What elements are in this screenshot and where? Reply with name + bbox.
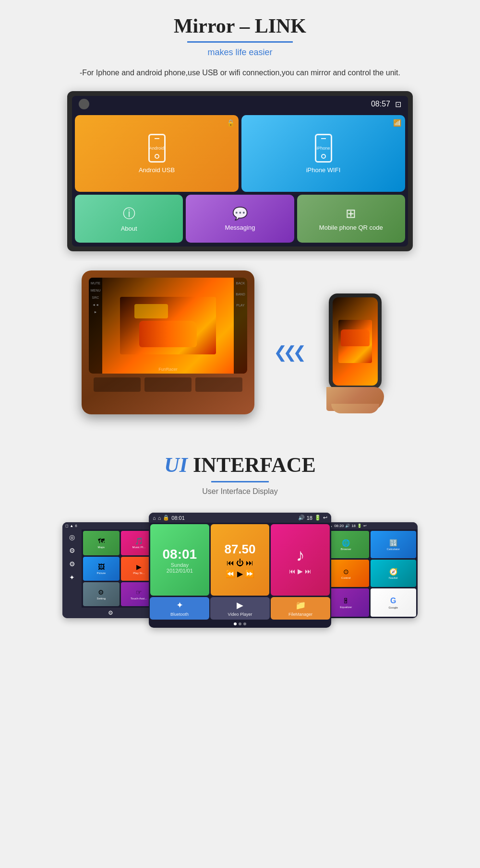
android-badge: 🔒 (227, 119, 235, 127)
next-icon[interactable]: ⏭ (246, 559, 253, 567)
radio-controls-2: ⏪ ▶ ⏩ (226, 569, 254, 578)
clock-time: 08:01 (163, 547, 197, 562)
calculator-label: Calculator (387, 548, 400, 551)
car-slot-3 (195, 377, 242, 392)
ui-subtitle: User Interface Display (10, 487, 470, 496)
mirror-link-section: Mirror – LINK makes life easier -For Iph… (0, 0, 480, 261)
time-tile: 08:01 Sunday 2012/01/01 (150, 524, 209, 596)
navitel-tile[interactable]: 🧭 Navitel (371, 560, 417, 587)
playstore-icon: ▶ (136, 563, 142, 571)
circle-button (79, 99, 89, 109)
radio-controls: ⏮ ⏻ ⏭ (227, 559, 253, 567)
prev-icon[interactable]: ⏮ (227, 559, 234, 567)
touch-label: Touch-Assi... (131, 597, 147, 600)
main-time: 08:01 (171, 515, 185, 521)
music-prev-icon[interactable]: ⏮ (289, 567, 296, 575)
filemanager-label: FileManager (288, 612, 312, 617)
ui-left-screen: ◻ ▲ 6 ◎ ⚙ ⚙ ✦ 🗺 Maps 🎵 Music (62, 522, 158, 618)
qrcode-label: Mobile phone QR code (319, 224, 383, 231)
maps-icon: 🗺 (98, 537, 105, 545)
clock-date: 2012/01/01 (167, 568, 193, 574)
picture-label: Picture (96, 572, 106, 575)
mirror-tile-grid: 🔒 Android Android USB 📶 iPhone iPhone WI… (72, 112, 408, 195)
maps-label: Maps (97, 546, 105, 549)
left-bottom-bar: ⚙ (62, 608, 158, 618)
folder-icon: 📁 (295, 600, 306, 610)
play-icon[interactable]: ▶ (237, 569, 243, 578)
android-tile[interactable]: 🔒 Android Android USB (75, 115, 239, 192)
android-screen-text: Android (149, 146, 164, 151)
qrcode-tile[interactable]: ⊞ Mobile phone QR code (297, 195, 405, 243)
radio-freq: 87.50 (224, 542, 255, 557)
car-device-outer: MUTE MENU SRC ◄◄ ► BACK BAND PLAY FunRac… (82, 270, 254, 414)
mirror-ui-time: 08:57 (371, 100, 390, 108)
battery-num: 18 (307, 515, 312, 521)
music-next-icon[interactable]: ⏭ (305, 567, 312, 575)
exit-icon: ⊡ (395, 100, 401, 109)
statusbar-icons: 🔊 18 🔋 ↩ (298, 515, 327, 521)
clock-day: Sunday (171, 562, 189, 568)
music-controls: ⏮ ▶ ⏭ (289, 567, 312, 575)
ui-main-screen: ⌂ ⌂ 🔒 08:01 🔊 18 🔋 ↩ 08:01 Sunday 2012/0… (149, 513, 331, 628)
left-main-area: ◎ ⚙ ⚙ ✦ 🗺 Maps 🎵 Music Pl... 🖼 (62, 529, 158, 608)
car-slot-2 (144, 377, 192, 392)
main-tile-grid: 08:01 Sunday 2012/01/01 87.50 ⏮ ⏻ ⏭ ⏪ ▶ … (149, 523, 331, 597)
iphone-tile[interactable]: 📶 iPhone iPhone WIFI (241, 115, 405, 192)
control-label: Control (341, 576, 350, 579)
music-play-icon[interactable]: ▶ (298, 567, 303, 575)
iphone-label: iPhone WIFI (306, 166, 341, 174)
location-icon: ◎ (69, 533, 75, 541)
bluetooth-icon: ✦ (176, 600, 183, 610)
right-battery-num: 18 (351, 524, 356, 528)
about-tile[interactable]: ⓘ About (75, 195, 183, 243)
dot-inactive-2 (243, 622, 246, 625)
ui-title-underline (211, 481, 269, 482)
bluetooth-tile[interactable]: ✦ Bluetooth (150, 597, 209, 620)
android-label: Android USB (139, 166, 175, 174)
bluetooth-label: Bluetooth (170, 612, 189, 617)
settings-tile[interactable]: ⚙ Setting (83, 582, 120, 606)
left-statusbar: ◻ ▲ 6 (62, 522, 158, 529)
ui-title-blue: UI (164, 453, 188, 477)
google-icon: G (390, 597, 396, 605)
settings-icon: ⚙ (69, 560, 75, 568)
messaging-tile[interactable]: 💬 Messaging (186, 195, 294, 243)
calculator-tile[interactable]: 🔢 Calculator (371, 531, 417, 558)
right-statusbar: ◻ ▲ 08:20 🔊 18 🔋 ↩ (322, 522, 418, 529)
setting-icon: ⚙ (98, 588, 104, 596)
video-tile[interactable]: ▶ Video Player (210, 597, 270, 620)
page-title: Mirror – LINK (10, 14, 470, 37)
iphone-phone-icon: iPhone (315, 134, 332, 163)
power-icon[interactable]: ⏻ (236, 559, 244, 567)
rwd-icon[interactable]: ⏪ (226, 569, 235, 578)
calculator-icon: 🔢 (389, 539, 397, 547)
music-tile-main[interactable]: ♪ ⏮ ▶ ⏭ (271, 524, 330, 596)
google-label: Google (389, 606, 398, 609)
radio-tile[interactable]: 87.50 ⏮ ⏻ ⏭ ⏪ ▶ ⏩ (211, 524, 270, 596)
music-note-icon: ♪ (296, 545, 305, 565)
google-tile[interactable]: G Google (371, 588, 417, 617)
mirroring-section: MUTE MENU SRC ◄◄ ► BACK BAND PLAY FunRac… (0, 261, 480, 443)
mirror-arrows: ❮❮❮ (264, 342, 312, 362)
fwd-icon[interactable]: ⏩ (245, 569, 254, 578)
filemanager-tile[interactable]: 📁 FileManager (271, 597, 330, 620)
mirror-bottom-grid: ⓘ About 💬 Messaging ⊞ Mobile phone QR co… (72, 195, 408, 246)
maps-tile[interactable]: 🗺 Maps (83, 531, 120, 555)
left-sidebar: ◎ ⚙ ⚙ ✦ (62, 529, 82, 608)
android-phone-icon: Android (148, 134, 166, 163)
picture-tile[interactable]: 🖼 Picture (83, 557, 120, 581)
title-underline (187, 41, 293, 43)
video-label: Video Player (228, 612, 252, 617)
car-device-screen: MUTE MENU SRC ◄◄ ► BACK BAND PLAY FunRac… (89, 278, 247, 374)
home-icon: ⌂ (153, 515, 156, 521)
steering-icon: ⊙ (343, 568, 349, 575)
car-screen-image (89, 278, 247, 374)
bottom-gear-icon: ⚙ (108, 610, 113, 616)
back-icon: ↩ (323, 515, 327, 521)
browser-icon: 🌐 (342, 539, 350, 547)
left-status-icons: ◻ ▲ (65, 524, 73, 528)
page-description: -For Iphone and android phone,use USB or… (72, 66, 408, 79)
mirror-ui-screenshot: 08:57 ⊡ 🔒 Android Android USB 📶 iPho (67, 91, 413, 251)
picture-icon: 🖼 (98, 563, 105, 571)
setting-label: Setting (96, 597, 106, 600)
